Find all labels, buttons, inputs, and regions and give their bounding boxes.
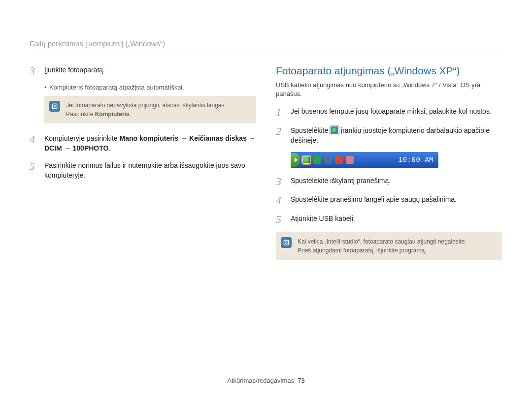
step-number: 1 (276, 106, 285, 118)
step-number: 3 (30, 65, 38, 77)
step-3: 3 Įjunkite fotoaparatą. (30, 65, 256, 77)
note-text-line: Prieš atjungdami fotoaparatą, išjunkite … (298, 246, 497, 255)
right-column: Fotoaparato atjungimas („Windows XP“) US… (276, 65, 502, 270)
step-text: Spustelėkite pranešimo langelį apie saug… (291, 194, 502, 206)
step-text-part: Spustelėkite (291, 126, 330, 134)
step-text: Įjunkite fotoaparatą. (44, 65, 256, 77)
taskbar-screenshot: 10:00 AM (291, 152, 438, 168)
network-tray-icon (346, 156, 354, 164)
step-number: 4 (30, 133, 38, 154)
monitor-tray-icon (324, 156, 332, 164)
note-text-bold: Kompiuteris (95, 111, 130, 118)
note-text-line: Jei fotoaparato nepavyksta prijungti, at… (66, 101, 250, 110)
step-text-part: . (108, 144, 110, 152)
two-column-layout: 3 Įjunkite fotoaparatą. Kompiuteris foto… (30, 65, 502, 270)
step-number: 5 (30, 160, 38, 181)
step-2: 2 Spustelėkite įrankių juostoje kompiute… (276, 125, 502, 146)
note-text: Pasirinkite (66, 111, 95, 118)
section-subtext: USB kabelio atjungimas nuo kompiuterio s… (276, 81, 502, 98)
safely-remove-tray-icon (302, 156, 310, 164)
step-text: Kompiuteryje pasirinkite Mano kompiuteri… (44, 133, 256, 154)
note-text-line: Pasirinkite Kompiuteris. (66, 110, 250, 119)
start-button-icon (291, 153, 299, 167)
step-number: 2 (276, 125, 285, 146)
note-text: . (130, 111, 131, 118)
step-5: 5 Pasirinkite norimus failus ir nutempki… (30, 160, 256, 181)
step-5: 5 Atjunkite USB kabelį. (276, 214, 502, 225)
step-1: 1 Jei būsenos lemputė jūsų fotoaparate m… (276, 106, 502, 118)
step-4: 4 Spustelėkite pranešimo langelį apie sa… (276, 194, 502, 206)
volume-tray-icon (335, 156, 343, 164)
step-number: 4 (276, 194, 285, 206)
shield-tray-icon (313, 156, 321, 164)
safely-remove-icon (330, 126, 339, 135)
footer-section: Atkūrimas/redagavimas (227, 377, 294, 384)
step-3: 3 Spustelėkite iškylantį pranešimą. (276, 176, 502, 187)
note-box-2: Kai veikia „Intelli-studio“, fotoaparato… (276, 232, 502, 260)
taskbar-clock: 10:00 AM (399, 156, 435, 164)
step-text: Pasirinkite norimus failus ir nutempkite… (44, 160, 256, 181)
step-text: Spustelėkite įrankių juostoje kompiuteri… (291, 125, 502, 146)
page-footer: Atkūrimas/redagavimas 73 (0, 377, 532, 384)
section-heading: Fotoaparato atjungimas („Windows XP“) (276, 65, 502, 77)
step-text: Atjunkite USB kabelį. (291, 214, 502, 225)
step-text: Spustelėkite iškylantį pranešimą. (291, 176, 502, 187)
left-column: 3 Įjunkite fotoaparatą. Kompiuteris foto… (30, 65, 256, 270)
step-text: Jei būsenos lemputė jūsų fotoaparate mir… (291, 106, 502, 118)
page-header: Failų perkėlimas į kompiuterį („Windows“… (30, 39, 502, 51)
step-4: 4 Kompiuteryje pasirinkite Mano kompiute… (30, 133, 256, 154)
note-icon (49, 101, 60, 112)
step-3-subbullet: Kompiuteris fotoaparatą atpažįsta automa… (44, 84, 256, 91)
note-icon (281, 237, 292, 248)
note-text-line: Kai veikia „Intelli-studio“, fotoaparato… (298, 237, 497, 246)
step-number: 3 (276, 176, 285, 187)
page-number: 73 (298, 377, 304, 384)
step-number: 5 (276, 214, 285, 225)
note-box-1: Jei fotoaparato nepavyksta prijungti, at… (44, 96, 256, 123)
step-text-part: Kompiuteryje pasirinkite (44, 134, 120, 142)
